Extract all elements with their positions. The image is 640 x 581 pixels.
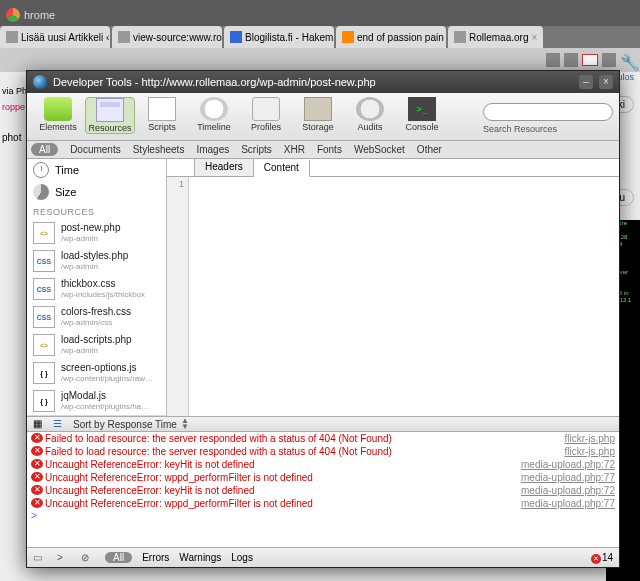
- filter-other[interactable]: Other: [411, 143, 448, 156]
- resource-item[interactable]: <> load-scripts.php /wp-admin: [27, 331, 166, 359]
- console-panel: ✕ Failed to load resource: the server re…: [27, 432, 619, 547]
- filter-xhr[interactable]: XHR: [278, 143, 311, 156]
- message-text: Uncaught ReferenceError: wppd_performFil…: [45, 471, 513, 484]
- pie-icon: [33, 184, 49, 200]
- console-prompt[interactable]: >: [27, 510, 619, 521]
- resource-list: <> post-new.php /wp-admin CSS load-style…: [27, 219, 166, 416]
- filter-scripts[interactable]: Scripts: [235, 143, 278, 156]
- panel-label: Elements: [33, 122, 83, 132]
- panel-storage[interactable]: Storage: [293, 97, 343, 132]
- message-source[interactable]: flickr-js.php: [564, 432, 615, 445]
- sort-size-row[interactable]: Size: [27, 181, 166, 203]
- search-input[interactable]: [483, 103, 613, 121]
- browser-tab[interactable]: Rollemaa.org×: [448, 26, 543, 48]
- panel-label: Resources: [86, 123, 134, 133]
- filter-all-pill[interactable]: All: [105, 552, 132, 563]
- message-source[interactable]: flickr-js.php: [564, 445, 615, 458]
- chrome-icon: [6, 8, 20, 22]
- filter-fonts[interactable]: Fonts: [311, 143, 348, 156]
- devtools-titlebar[interactable]: Developer Tools - http://www.rollemaa.or…: [27, 71, 619, 93]
- resource-item[interactable]: CSS thickbox.css /wp-includes/js/thickbo…: [27, 275, 166, 303]
- filter-websocket[interactable]: WebSocket: [348, 143, 411, 156]
- updown-icon: ▲▼: [181, 418, 189, 430]
- message-source[interactable]: media-upload.php:77: [521, 471, 615, 484]
- close-button[interactable]: ×: [599, 75, 613, 89]
- resource-item[interactable]: <> post-new.php /wp-admin: [27, 219, 166, 247]
- resource-main: Headers Content 1: [167, 159, 619, 416]
- status-filter-errors[interactable]: Errors: [142, 552, 169, 563]
- message-source[interactable]: media-upload.php:77: [521, 497, 615, 510]
- panel-console[interactable]: >_Console: [397, 97, 447, 132]
- panel-timeline[interactable]: Timeline: [189, 97, 239, 132]
- panel-label: Audits: [345, 122, 395, 132]
- clear-icon[interactable]: ⊘: [81, 552, 95, 564]
- resource-name: colors-fresh.css: [61, 306, 131, 317]
- ext-icon[interactable]: [546, 53, 560, 67]
- devtools-body: Time Size RESOURCES <> post-new.php /wp-…: [27, 159, 619, 416]
- resource-item[interactable]: { } screen-options.js /wp-content/plugin…: [27, 359, 166, 387]
- browser-tab[interactable]: Lisää uusi Artikkeli ‹…×: [0, 26, 110, 48]
- console-statusbar: ▭ > ⊘ All ErrorsWarningsLogs ✕14: [27, 547, 619, 567]
- dock-icon[interactable]: ▭: [33, 552, 47, 564]
- clock-icon: [33, 162, 49, 178]
- storage-icon: [304, 97, 332, 121]
- resources-header: RESOURCES: [27, 203, 166, 219]
- panel-label: Scripts: [137, 122, 187, 132]
- message-source[interactable]: media-upload.php:72: [521, 484, 615, 497]
- panel-profiles[interactable]: Profiles: [241, 97, 291, 132]
- resource-name: load-styles.php: [61, 250, 128, 261]
- resource-path: /wp-admin: [61, 345, 132, 356]
- console-message: ✕ Uncaught ReferenceError: wppd_performF…: [27, 471, 619, 484]
- panel-scripts[interactable]: Scripts: [137, 97, 187, 132]
- status-filter-warnings[interactable]: Warnings: [179, 552, 221, 563]
- ext-icon[interactable]: [564, 53, 578, 67]
- console-message: ✕ Failed to load resource: the server re…: [27, 432, 619, 445]
- panel-resources[interactable]: Resources: [85, 97, 135, 134]
- resource-path: /wp-includes/js/thickbox: [61, 289, 145, 300]
- panel-elements[interactable]: Elements: [33, 97, 83, 132]
- search-label: Search Resources: [483, 124, 613, 134]
- error-icon: ✕: [31, 485, 43, 495]
- error-count[interactable]: ✕14: [591, 552, 613, 564]
- sort-label: Sort by Response Time: [73, 419, 177, 430]
- ext-icon[interactable]: [602, 53, 616, 67]
- resource-item[interactable]: { } jqModal.js /wp-content/plugins/ha…: [27, 387, 166, 415]
- browser-tab[interactable]: end of passion pain×: [336, 26, 446, 48]
- content-area[interactable]: [189, 177, 619, 416]
- wrench-icon[interactable]: 🔧: [620, 53, 634, 67]
- panel-label: Console: [397, 122, 447, 132]
- console-toggle-icon[interactable]: >: [57, 552, 71, 564]
- os-window-title: hrome: [24, 9, 55, 21]
- status-filter-logs[interactable]: Logs: [231, 552, 253, 563]
- browser-tab[interactable]: Blogilista.fi - Hakem…×: [224, 26, 334, 48]
- message-text: Uncaught ReferenceError: wppd_performFil…: [45, 497, 513, 510]
- browser-tab[interactable]: view-source:www.ro…×: [112, 26, 222, 48]
- filter-images[interactable]: Images: [190, 143, 235, 156]
- bg-text: roppe: [2, 102, 25, 112]
- headers-tab[interactable]: Headers: [195, 159, 254, 176]
- close-tab-icon[interactable]: ×: [531, 32, 537, 43]
- resource-item[interactable]: CSS colors-fresh.css /wp-admin/css: [27, 303, 166, 331]
- gmail-icon[interactable]: [582, 54, 598, 66]
- grid-icon[interactable]: ▦: [33, 418, 45, 430]
- content-tab[interactable]: Content: [254, 160, 310, 177]
- resource-item[interactable]: CSS load-styles.php /wp-admin: [27, 247, 166, 275]
- panel-audits[interactable]: Audits: [345, 97, 395, 132]
- minimize-button[interactable]: –: [579, 75, 593, 89]
- filter-documents[interactable]: Documents: [64, 143, 127, 156]
- sort-time-row[interactable]: Time: [27, 159, 166, 181]
- message-source[interactable]: media-upload.php:72: [521, 458, 615, 471]
- scripts-icon: [148, 97, 176, 121]
- filter-all[interactable]: All: [31, 143, 58, 156]
- console-message: ✕ Failed to load resource: the server re…: [27, 445, 619, 458]
- error-icon: ✕: [31, 433, 43, 443]
- content-viewer: 1: [167, 177, 619, 416]
- file-icon: <>: [33, 222, 55, 244]
- console-split-bar[interactable]: ▦ ☰ Sort by Response Time ▲▼: [27, 416, 619, 432]
- message-text: Uncaught ReferenceError: keyHit is not d…: [45, 484, 513, 497]
- sort-selector[interactable]: Sort by Response Time ▲▼: [73, 418, 189, 430]
- tab-label: end of passion pain: [357, 32, 444, 43]
- list-icon[interactable]: ☰: [53, 418, 65, 430]
- devtools-title-text: Developer Tools - http://www.rollemaa.or…: [53, 76, 376, 88]
- filter-stylesheets[interactable]: Stylesheets: [127, 143, 191, 156]
